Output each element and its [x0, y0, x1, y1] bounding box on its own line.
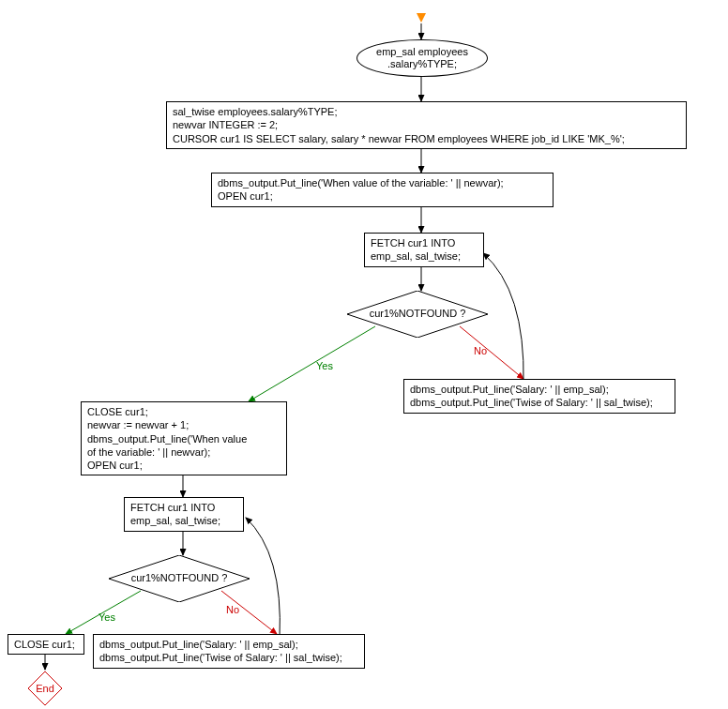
output1-line1: dbms_output.Put_line('Salary: ' || emp_s…	[410, 383, 669, 396]
fetch-2-block: FETCH cur1 INTO emp_sal, sal_twise;	[124, 497, 244, 532]
output-salary-2-block: dbms_output.Put_line('Salary: ' || emp_s…	[93, 634, 365, 669]
cond2-text: cur1%NOTFOUND ?	[109, 572, 250, 583]
svg-line-9	[249, 326, 375, 401]
output2-line1: dbms_output.Put_line('Salary: ' || emp_s…	[99, 638, 358, 651]
declare-block: sal_twise employees.salary%TYPE; newvar …	[166, 101, 687, 149]
notfound-1-decision: cur1%NOTFOUND ?	[347, 291, 488, 338]
close-cursor-2-block: CLOSE cur1;	[8, 634, 84, 655]
open1-line2: OPEN cur1;	[218, 189, 547, 203]
fetch1-line1: FETCH cur1 INTO	[371, 236, 478, 249]
declare-line2: newvar INTEGER := 2;	[173, 118, 680, 131]
no-label-1: No	[474, 345, 487, 356]
no-label-2: No	[226, 604, 239, 615]
yes-label-2: Yes	[99, 611, 115, 623]
fetch2-line1: FETCH cur1 INTO	[130, 501, 237, 514]
output1-line2: dbms_output.Put_line('Twise of Salary: '…	[410, 396, 669, 409]
start-text-line1: emp_sal employees	[369, 46, 476, 58]
output-salary-1-block: dbms_output.Put_line('Salary: ' || emp_s…	[403, 379, 675, 414]
cond1-text: cur1%NOTFOUND ?	[347, 308, 488, 319]
end-text: End	[26, 683, 64, 694]
reinit-line2: newvar := newvar + 1;	[87, 418, 281, 431]
output2-line2: dbms_output.Put_line('Twise of Salary: '…	[99, 651, 358, 664]
reinit-cursor-block: CLOSE cur1; newvar := newvar + 1; dbms_o…	[81, 401, 287, 475]
declare-line1: sal_twise employees.salary%TYPE;	[173, 105, 680, 118]
close2-text: CLOSE cur1;	[14, 639, 75, 650]
fetch2-line2: emp_sal, sal_twise;	[130, 514, 237, 527]
reinit-line4: of the variable: ' || newvar);	[87, 445, 281, 459]
reinit-line3: dbms_output.Put_line('When value	[87, 432, 281, 445]
open1-line1: dbms_output.Put_line('When value of the …	[218, 176, 547, 189]
reinit-line5: OPEN cur1;	[87, 459, 281, 472]
start-ellipse: emp_sal employees .salary%TYPE;	[356, 39, 488, 77]
declare-line3: CURSOR cur1 IS SELECT salary, salary * n…	[173, 132, 680, 145]
fetch1-line2: emp_sal, sal_twise;	[371, 249, 478, 263]
start-arrow-icon	[417, 13, 426, 23]
start-text-line2: .salary%TYPE;	[369, 58, 476, 70]
open-cursor-1-block: dbms_output.Put_line('When value of the …	[211, 173, 554, 207]
reinit-line1: CLOSE cur1;	[87, 405, 281, 418]
fetch-1-block: FETCH cur1 INTO emp_sal, sal_twise;	[364, 233, 484, 267]
end-node: End	[26, 670, 64, 707]
yes-label-1: Yes	[316, 360, 333, 371]
notfound-2-decision: cur1%NOTFOUND ?	[109, 555, 250, 602]
